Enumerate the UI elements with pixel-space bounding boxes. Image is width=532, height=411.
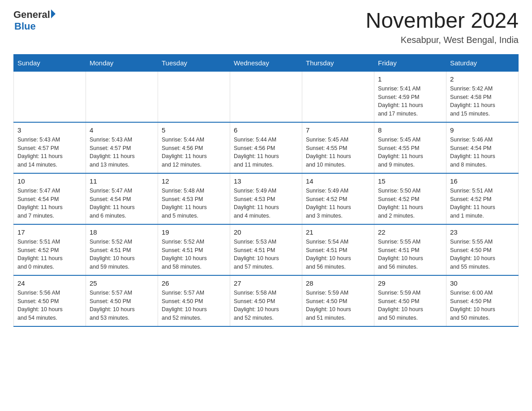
day-number: 26 [162,279,226,287]
day-info: Sunrise: 5:50 AMSunset: 4:52 PMDaylight:… [378,187,442,220]
header-thursday: Thursday [302,54,374,71]
day-number: 16 [450,177,515,185]
day-info: Sunrise: 5:44 AMSunset: 4:56 PMDaylight:… [234,136,298,169]
day-info: Sunrise: 5:54 AMSunset: 4:51 PMDaylight:… [306,238,370,271]
day-number: 4 [90,126,154,134]
day-number: 17 [17,228,82,236]
day-number: 19 [162,228,226,236]
day-number: 27 [234,279,298,287]
day-info: Sunrise: 5:59 AMSunset: 4:50 PMDaylight:… [306,289,370,322]
day-number: 18 [90,228,154,236]
week-row-2: 10Sunrise: 5:47 AMSunset: 4:54 PMDayligh… [14,173,519,224]
header-sunday: Sunday [14,54,86,71]
calendar-cell: 28Sunrise: 5:59 AMSunset: 4:50 PMDayligh… [302,275,374,326]
calendar-cell [14,71,86,122]
calendar-cell: 9Sunrise: 5:46 AMSunset: 4:54 PMDaylight… [446,122,519,173]
calendar-cell [158,71,230,122]
calendar-cell [86,71,158,122]
calendar-cell: 14Sunrise: 5:49 AMSunset: 4:52 PMDayligh… [302,173,374,224]
header-tuesday: Tuesday [158,54,230,71]
calendar-cell: 22Sunrise: 5:55 AMSunset: 4:51 PMDayligh… [374,224,446,275]
day-info: Sunrise: 5:43 AMSunset: 4:57 PMDaylight:… [17,136,82,169]
calendar-cell [230,71,302,122]
day-info: Sunrise: 5:45 AMSunset: 4:55 PMDaylight:… [306,136,370,169]
day-number: 12 [162,177,226,185]
calendar-cell: 12Sunrise: 5:48 AMSunset: 4:53 PMDayligh… [158,173,230,224]
day-number: 7 [306,126,370,134]
calendar-cell: 1Sunrise: 5:41 AMSunset: 4:59 PMDaylight… [374,71,446,122]
day-number: 22 [378,228,442,236]
day-info: Sunrise: 5:49 AMSunset: 4:52 PMDaylight:… [306,187,370,220]
day-info: Sunrise: 5:57 AMSunset: 4:50 PMDaylight:… [162,289,226,322]
logo-blue-text: Blue [14,21,36,32]
calendar-cell: 23Sunrise: 5:55 AMSunset: 4:50 PMDayligh… [446,224,519,275]
calendar-cell: 21Sunrise: 5:54 AMSunset: 4:51 PMDayligh… [302,224,374,275]
calendar-cell: 5Sunrise: 5:44 AMSunset: 4:56 PMDaylight… [158,122,230,173]
day-info: Sunrise: 5:44 AMSunset: 4:56 PMDaylight:… [162,136,226,169]
day-info: Sunrise: 5:57 AMSunset: 4:50 PMDaylight:… [90,289,154,322]
day-info: Sunrise: 5:52 AMSunset: 4:51 PMDaylight:… [162,238,226,271]
calendar-cell: 13Sunrise: 5:49 AMSunset: 4:53 PMDayligh… [230,173,302,224]
day-info: Sunrise: 5:49 AMSunset: 4:53 PMDaylight:… [234,187,298,220]
day-number: 3 [17,126,82,134]
page-subtitle: Kesabpur, West Bengal, India [365,35,519,45]
day-number: 21 [306,228,370,236]
calendar-cell [302,71,374,122]
calendar-cell: 25Sunrise: 5:57 AMSunset: 4:50 PMDayligh… [86,275,158,326]
calendar-cell: 3Sunrise: 5:43 AMSunset: 4:57 PMDaylight… [14,122,86,173]
calendar-cell: 8Sunrise: 5:45 AMSunset: 4:55 PMDaylight… [374,122,446,173]
week-row-4: 24Sunrise: 5:56 AMSunset: 4:50 PMDayligh… [14,275,519,326]
title-area: November 2024 Kesabpur, West Bengal, Ind… [365,9,519,45]
header-wednesday: Wednesday [230,54,302,71]
week-row-1: 3Sunrise: 5:43 AMSunset: 4:57 PMDaylight… [14,122,519,173]
week-row-0: 1Sunrise: 5:41 AMSunset: 4:59 PMDaylight… [14,71,519,122]
day-number: 29 [378,279,442,287]
calendar-cell: 20Sunrise: 5:53 AMSunset: 4:51 PMDayligh… [230,224,302,275]
day-info: Sunrise: 5:51 AMSunset: 4:52 PMDaylight:… [17,238,82,271]
day-info: Sunrise: 6:00 AMSunset: 4:50 PMDaylight:… [450,289,515,322]
day-number: 11 [90,177,154,185]
day-info: Sunrise: 5:56 AMSunset: 4:50 PMDaylight:… [17,289,82,322]
day-number: 5 [162,126,226,134]
calendar-cell: 2Sunrise: 5:42 AMSunset: 4:58 PMDaylight… [446,71,519,122]
calendar-cell: 17Sunrise: 5:51 AMSunset: 4:52 PMDayligh… [14,224,86,275]
logo-general-text: General [13,9,50,21]
header: General Blue November 2024 Kesabpur, Wes… [13,9,519,45]
header-row: SundayMondayTuesdayWednesdayThursdayFrid… [14,54,519,71]
day-number: 6 [234,126,298,134]
header-saturday: Saturday [446,54,519,71]
day-info: Sunrise: 5:45 AMSunset: 4:55 PMDaylight:… [378,136,442,169]
calendar-cell: 4Sunrise: 5:43 AMSunset: 4:57 PMDaylight… [86,122,158,173]
day-number: 2 [450,75,515,83]
calendar-cell: 29Sunrise: 5:59 AMSunset: 4:50 PMDayligh… [374,275,446,326]
calendar-cell: 19Sunrise: 5:52 AMSunset: 4:51 PMDayligh… [158,224,230,275]
calendar-cell: 15Sunrise: 5:50 AMSunset: 4:52 PMDayligh… [374,173,446,224]
day-number: 8 [378,126,442,134]
calendar-cell: 24Sunrise: 5:56 AMSunset: 4:50 PMDayligh… [14,275,86,326]
calendar-cell: 18Sunrise: 5:52 AMSunset: 4:51 PMDayligh… [86,224,158,275]
day-info: Sunrise: 5:47 AMSunset: 4:54 PMDaylight:… [17,187,82,220]
day-number: 24 [17,279,82,287]
day-info: Sunrise: 5:52 AMSunset: 4:51 PMDaylight:… [90,238,154,271]
day-info: Sunrise: 5:53 AMSunset: 4:51 PMDaylight:… [234,238,298,271]
logo: General Blue [13,9,56,32]
day-number: 14 [306,177,370,185]
calendar-cell: 7Sunrise: 5:45 AMSunset: 4:55 PMDaylight… [302,122,374,173]
day-number: 15 [378,177,442,185]
day-info: Sunrise: 5:55 AMSunset: 4:51 PMDaylight:… [378,238,442,271]
day-info: Sunrise: 5:47 AMSunset: 4:54 PMDaylight:… [90,187,154,220]
header-friday: Friday [374,54,446,71]
day-info: Sunrise: 5:59 AMSunset: 4:50 PMDaylight:… [378,289,442,322]
day-number: 23 [450,228,515,236]
day-number: 20 [234,228,298,236]
week-row-3: 17Sunrise: 5:51 AMSunset: 4:52 PMDayligh… [14,224,519,275]
day-info: Sunrise: 5:55 AMSunset: 4:50 PMDaylight:… [450,238,515,271]
calendar-cell: 30Sunrise: 6:00 AMSunset: 4:50 PMDayligh… [446,275,519,326]
page-title: November 2024 [365,9,519,33]
calendar-cell: 27Sunrise: 5:58 AMSunset: 4:50 PMDayligh… [230,275,302,326]
day-info: Sunrise: 5:43 AMSunset: 4:57 PMDaylight:… [90,136,154,169]
header-monday: Monday [86,54,158,71]
calendar-cell: 10Sunrise: 5:47 AMSunset: 4:54 PMDayligh… [14,173,86,224]
day-info: Sunrise: 5:58 AMSunset: 4:50 PMDaylight:… [234,289,298,322]
day-number: 28 [306,279,370,287]
